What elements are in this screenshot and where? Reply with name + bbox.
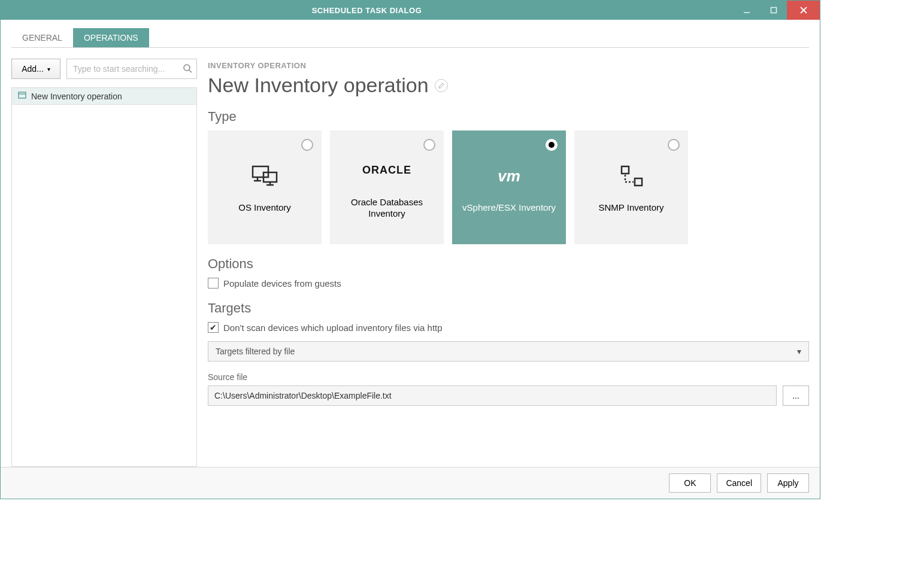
- chevron-down-icon: ▾: [797, 347, 801, 356]
- card-label: OS Inventory: [232, 202, 297, 214]
- source-file-label: Source file: [208, 372, 809, 382]
- list-item-label: New Inventory operation: [31, 92, 122, 101]
- radio-icon: [423, 139, 435, 151]
- close-button[interactable]: [787, 1, 820, 20]
- chevron-down-icon: ▾: [47, 66, 50, 72]
- radio-icon: [668, 139, 680, 151]
- type-cards: OS Inventory ORACLE Oracle Databases Inv…: [208, 130, 809, 244]
- svg-rect-15: [635, 178, 642, 186]
- cancel-button[interactable]: Cancel: [717, 473, 761, 493]
- source-file-input[interactable]: [208, 385, 777, 406]
- radio-icon: [546, 139, 558, 151]
- maximize-button[interactable]: [760, 1, 787, 20]
- operation-icon: [18, 91, 26, 101]
- search-wrap: [66, 59, 197, 79]
- ok-button[interactable]: OK: [669, 473, 711, 493]
- targets-filter-dropdown[interactable]: Targets filtered by file ▾: [208, 341, 809, 362]
- checkbox-label: Populate devices from guests: [223, 278, 341, 289]
- window-title: SCHEDULED TASK DIALOG: [1, 6, 733, 15]
- dialog-body: GENERAL OPERATIONS Add... ▾: [1, 20, 820, 467]
- content-columns: Add... ▾ New Invent: [11, 48, 809, 467]
- dialog-footer: OK Cancel Apply: [1, 467, 820, 499]
- card-snmp-inventory[interactable]: SNMP Inventory: [574, 130, 688, 244]
- svg-rect-14: [622, 166, 629, 174]
- svg-point-4: [184, 65, 190, 71]
- list-item[interactable]: New Inventory operation: [12, 88, 196, 105]
- card-oracle-inventory[interactable]: ORACLE Oracle Databases Inventory: [330, 130, 444, 244]
- vmware-logo-icon: vm: [498, 161, 520, 191]
- svg-rect-6: [19, 92, 26, 98]
- minimize-button[interactable]: [733, 1, 760, 20]
- add-button-label: Add...: [22, 64, 44, 74]
- title-bar: SCHEDULED TASK DIALOG: [1, 1, 820, 20]
- svg-rect-1: [771, 8, 776, 13]
- network-icon: [618, 161, 644, 191]
- section-type-heading: Type: [208, 109, 809, 125]
- edit-icon[interactable]: [435, 79, 448, 92]
- card-label: SNMP Inventory: [593, 202, 670, 214]
- checkbox-icon: ✔: [208, 322, 219, 333]
- add-button[interactable]: Add... ▾: [11, 59, 60, 79]
- tab-general[interactable]: GENERAL: [11, 28, 73, 47]
- checkbox-dont-scan-http[interactable]: ✔ Don't scan devices which upload invent…: [208, 322, 809, 333]
- checkbox-populate-guests[interactable]: Populate devices from guests: [208, 278, 809, 289]
- card-label: Oracle Databases Inventory: [330, 196, 444, 220]
- page-title: New Inventory operation: [208, 74, 429, 97]
- source-file-row: ...: [208, 385, 809, 406]
- breadcrumb: INVENTORY OPERATION: [208, 61, 809, 70]
- checkbox-icon: [208, 278, 219, 289]
- dropdown-value: Targets filtered by file: [216, 347, 295, 356]
- oracle-logo-icon: ORACLE: [362, 156, 411, 186]
- dialog-window: SCHEDULED TASK DIALOG GENERAL OPERATIONS: [0, 0, 820, 499]
- card-vsphere-inventory[interactable]: vm vSphere/ESX Inventory: [452, 130, 566, 244]
- tab-operations[interactable]: OPERATIONS: [73, 28, 149, 47]
- radio-icon: [301, 139, 313, 151]
- operations-panel: Add... ▾ New Invent: [11, 59, 197, 467]
- search-icon: [183, 63, 192, 75]
- card-os-inventory[interactable]: OS Inventory: [208, 130, 322, 244]
- apply-button[interactable]: Apply: [767, 473, 809, 493]
- section-targets-heading: Targets: [208, 300, 809, 316]
- page-title-row: New Inventory operation: [208, 74, 809, 97]
- monitor-icon: [252, 161, 278, 191]
- left-controls: Add... ▾: [11, 59, 197, 79]
- tab-strip: GENERAL OPERATIONS: [11, 28, 809, 48]
- details-panel: INVENTORY OPERATION New Inventory operat…: [208, 59, 809, 467]
- operations-list: New Inventory operation: [11, 87, 197, 467]
- window-buttons: [733, 1, 820, 20]
- browse-button[interactable]: ...: [783, 385, 809, 406]
- card-label: vSphere/ESX Inventory: [456, 202, 562, 214]
- svg-line-5: [189, 70, 192, 72]
- search-input[interactable]: [66, 59, 197, 79]
- checkbox-label: Don't scan devices which upload inventor…: [223, 323, 443, 333]
- section-options-heading: Options: [208, 256, 809, 272]
